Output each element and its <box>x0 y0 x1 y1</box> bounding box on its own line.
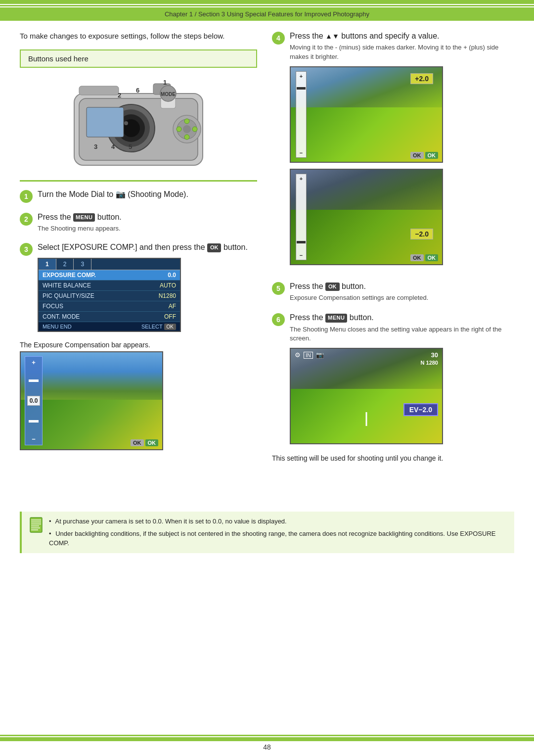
svg-point-15 <box>192 127 197 132</box>
buttons-used-label: Buttons used here <box>28 54 89 63</box>
svg-rect-28 <box>31 521 41 522</box>
svg-text:3: 3 <box>94 143 97 150</box>
step-1: 1 Turn the Mode Dial to 📷 (Shooting Mode… <box>20 189 257 203</box>
svg-point-16 <box>183 125 191 133</box>
menu-row-quality: PIC QUALITY/SIZE N1280 <box>39 291 180 301</box>
step-3-content: Select [EXPOSURE COMP.] and then press t… <box>38 242 257 332</box>
step-4: 4 Press the ▲▼ buttons and specify a val… <box>272 31 514 271</box>
menu-badge-2: MENU <box>73 213 95 222</box>
exposure-bar: + 0.0 − <box>25 356 43 445</box>
svg-rect-30 <box>31 525 39 526</box>
camera-diagram: MODE 2 6 1 3 4 5 <box>20 74 257 173</box>
step-5-title: Press the OK button. <box>290 282 366 290</box>
ok-ok-row-3: OK OK <box>410 254 438 261</box>
step-1-title: Turn the Mode Dial to 📷 (Shooting Mode). <box>38 190 188 198</box>
svg-rect-31 <box>31 527 40 528</box>
intro-text: To make changes to exposure settings, fo… <box>20 31 257 42</box>
notes-section: • At purchase your camera is set to 0.0.… <box>20 512 514 553</box>
ev-icon-in: IN <box>304 352 313 359</box>
ev-icon-cam: 📷 <box>316 351 324 359</box>
menu-row-exposure: EXPOSURE COMP. 0.0 <box>39 270 180 281</box>
step-6-title: Press the MENU button. <box>290 313 374 322</box>
step-num-1: 1 <box>20 190 33 203</box>
exposure-value-0: 0.0 <box>27 396 41 406</box>
step-2: 2 Press the MENU button. The Shooting me… <box>20 212 257 234</box>
step-5: 5 Press the OK button. Exposure Compensa… <box>272 281 514 303</box>
ok-green: OK <box>145 439 159 446</box>
step-5-desc: Exposure Compensation settings are compl… <box>290 293 514 302</box>
ev-top-right: 30 N 1280 <box>421 351 438 366</box>
final-note: This setting will be used for shooting u… <box>272 454 514 462</box>
svg-text:4: 4 <box>111 143 115 150</box>
step-1-content: Turn the Mode Dial to 📷 (Shooting Mode). <box>38 189 257 200</box>
note-bullet-2: • Under backlighting conditions, if the … <box>49 529 507 548</box>
plus-sign-2: + <box>300 176 303 182</box>
svg-text:1: 1 <box>163 79 167 86</box>
main-content: To make changes to exposure settings, fo… <box>0 21 534 502</box>
ev-icons-row: ⚙ IN 📷 <box>295 351 324 359</box>
indicator-low <box>297 241 306 243</box>
step-6-content: Press the MENU button. The Shooting Menu… <box>290 312 514 444</box>
menu-row-wb: WHITE BALANCE AUTO <box>39 281 180 291</box>
step-num-3: 3 <box>20 243 33 256</box>
step-3-title: Select [EXPOSURE COMP.] and then press t… <box>38 243 248 251</box>
step-4-desc: Moving it to the - (minus) side makes da… <box>290 43 514 61</box>
step-5-content: Press the OK button. Exposure Compensati… <box>290 281 514 303</box>
exposure-comp-screen: + 0.0 − OK OK <box>20 351 163 450</box>
left-column: To make changes to exposure settings, fo… <box>20 31 257 462</box>
svg-rect-19 <box>87 107 124 137</box>
menu-row-focus: FOCUS AF <box>39 301 180 312</box>
triangle-down-icon: ▼ <box>332 32 339 42</box>
menu-tab-2: 2 <box>56 259 74 270</box>
minus-sign-1: − <box>300 150 303 156</box>
chapter-header: Chapter 1 / Section 3 Using Special Feat… <box>0 7 534 21</box>
svg-text:2: 2 <box>118 92 121 99</box>
step-num-2: 2 <box>20 213 33 226</box>
menu-tabs: 1 2 3 <box>39 259 180 270</box>
value-badge-minus2: −2.0 <box>410 229 433 239</box>
ok-green-2: OK <box>425 152 439 159</box>
ev-number: 30 <box>431 351 438 359</box>
note-text-2: Under backlighting conditions, if the su… <box>49 530 495 547</box>
ev-icon-gear: ⚙ <box>295 351 301 359</box>
notes-book-icon <box>29 517 43 533</box>
bar-plus2: + − <box>296 71 307 158</box>
screen-plus2: + − +2.0 OK OK <box>290 66 443 163</box>
ok-badge-3: OK <box>207 243 222 252</box>
menu-row-cont: CONT. MODE OFF <box>39 312 180 322</box>
step-2-title: Press the MENU button. <box>38 213 122 221</box>
step-3: 3 Select [EXPOSURE COMP.] and then press… <box>20 242 257 332</box>
svg-text:6: 6 <box>136 87 139 94</box>
svg-point-6 <box>124 121 128 125</box>
comp-bar-note: The Exposure Compensation bar appears. <box>20 341 257 349</box>
top-bar-thick <box>0 0 534 4</box>
ok-grey: OK <box>131 439 144 446</box>
svg-rect-27 <box>31 520 41 520</box>
indicator-mark-2 <box>29 420 39 423</box>
svg-rect-7 <box>79 86 119 95</box>
ev-value-badge: EV−2.0 <box>403 403 438 416</box>
step-6: 6 Press the MENU button. The Shooting Me… <box>272 312 514 444</box>
step-4-title: Press the ▲▼ buttons and specify a value… <box>290 32 440 40</box>
menu-footer: MENU END SELECT OK <box>39 322 180 331</box>
ok-ok-row-2: OK OK <box>410 152 438 159</box>
menu-footer-left: MENU END <box>43 324 72 330</box>
minus-sign-2: − <box>300 252 303 258</box>
ev-screen: ⚙ IN 📷 30 N 1280 EV−2.0 <box>290 348 443 444</box>
indicator-mark <box>29 379 39 382</box>
notes-icon-container <box>29 517 44 548</box>
buttons-used-box: Buttons used here <box>20 49 257 68</box>
page-number: 48 <box>0 743 534 751</box>
menu-tab-3: 3 <box>74 259 91 270</box>
step-6-desc: The Shooting Menu closes and the setting… <box>290 325 514 343</box>
notes-content: • At purchase your camera is set to 0.0.… <box>49 517 507 548</box>
svg-point-12 <box>184 119 189 124</box>
plus-label: + <box>32 359 36 366</box>
step-4-content: Press the ▲▼ buttons and specify a value… <box>290 31 514 271</box>
step-num-4: 4 <box>272 32 285 45</box>
screen-minus2: + − −2.0 OK OK <box>290 169 443 265</box>
menu-screen: 1 2 3 EXPOSURE COMP. 0.0 WHITE BALANCE A… <box>38 258 181 332</box>
camera-svg: MODE 2 6 1 3 4 5 <box>54 74 222 173</box>
footer-bar-thin <box>0 735 534 736</box>
ok-grey-2: OK <box>410 152 424 159</box>
